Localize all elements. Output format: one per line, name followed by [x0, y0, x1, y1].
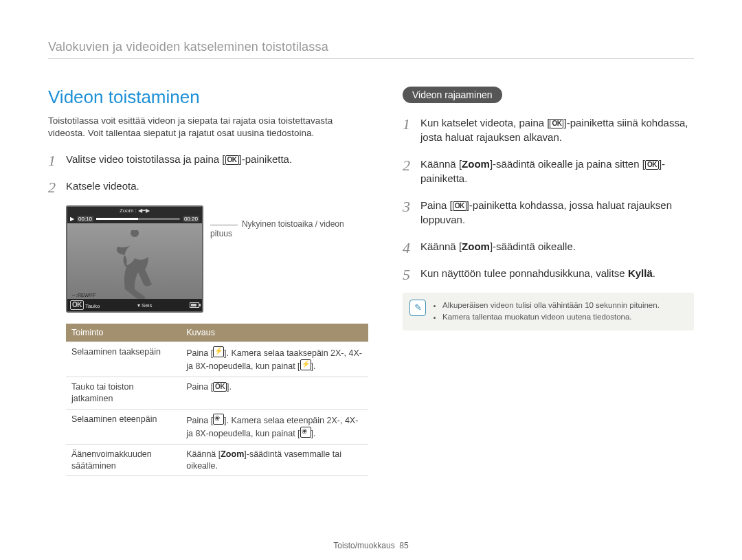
rewff-label: ↔:REW/FF	[71, 293, 96, 298]
progress-track	[96, 218, 180, 220]
left-steps: 1 Valitse video toistotilassa ja paina […	[48, 152, 368, 193]
down-icon: ▾	[137, 302, 140, 309]
macro-icon	[300, 427, 311, 438]
ok-icon: OK	[453, 201, 466, 211]
step-1: 1 Valitse video toistotilassa ja paina […	[48, 152, 368, 166]
left-column: Videon toistaminen Toistotilassa voit es…	[48, 87, 368, 476]
right-column: Videon rajaaminen 1 Kun katselet videota…	[403, 87, 694, 476]
ok-icon: OK	[645, 160, 659, 170]
page-footer: Toisto/muokkaus 85	[0, 541, 742, 550]
table-row: Selaaminen taaksepäin Paina []. Kamera s…	[66, 342, 368, 377]
note-item: Alkuperäisen videon tulisi olla vähintää…	[442, 300, 686, 311]
table-header: Toiminto	[66, 324, 181, 342]
cell-action: Selaaminen eteenpäin	[66, 409, 181, 444]
footer-page-number: 85	[399, 541, 408, 550]
two-column-layout: Videon toistaminen Toistotilassa voit es…	[48, 87, 694, 476]
table-header: Kuvaus	[181, 324, 368, 342]
footer-section: Toisto/muokkaus	[333, 541, 394, 550]
step-number: 2	[48, 177, 56, 199]
step-number: 1	[403, 114, 410, 135]
right-steps: 1 Kun katselet videota, paina [OK]-paini…	[403, 115, 694, 280]
video-preview-block: Zoom : ◀━▶ ▶ 00:10 00:20 ↔:REW/FF	[66, 205, 368, 313]
note-icon: ✎	[409, 300, 426, 316]
step-number: 2	[403, 155, 410, 177]
manual-page: Valokuvien ja videoiden katseleminen toi…	[0, 0, 742, 560]
cell-desc: Käännä [Zoom]-säädintä vasemmalle tai oi…	[181, 444, 368, 476]
step-text-post: ]-painiketta.	[239, 153, 293, 165]
step-number: 4	[403, 238, 410, 259]
battery-icon	[190, 302, 199, 308]
leader-line	[210, 225, 238, 225]
pause-label: Tauko	[85, 303, 100, 309]
section-title: Videon toistaminen	[48, 87, 368, 108]
ok-icon: OK	[550, 119, 563, 128]
step-number: 5	[403, 265, 410, 286]
video-body: ↔:REW/FF	[67, 223, 202, 299]
flash-icon	[213, 346, 224, 357]
note-item: Kamera tallentaa muokatun videon uutena …	[442, 311, 686, 323]
cell-action: Selaaminen taaksepäin	[66, 342, 181, 377]
video-bottombar: OK Tauko ▾ Seis	[67, 299, 202, 311]
step-2: 2 Katsele videota.	[48, 179, 368, 193]
page-header: Valokuvien ja videoiden katseleminen toi…	[48, 40, 694, 59]
table-row: Tauko tai toiston jatkaminen Paina [OK].	[66, 377, 368, 410]
time-current: 00:10	[77, 216, 93, 222]
video-frame: Zoom : ◀━▶ ▶ 00:10 00:20 ↔:REW/FF	[66, 205, 203, 313]
step-text: Katsele videota.	[66, 180, 139, 192]
step-text-pre: Valitse video toistotilassa ja paina [	[66, 153, 225, 165]
section-intro: Toistotilassa voit esittää videon ja sie…	[48, 115, 368, 139]
step-1: 1 Kun katselet videota, paina [OK]-paini…	[403, 115, 694, 144]
video-timebar: ▶ 00:10 00:20	[67, 214, 202, 223]
ok-icon: OK	[225, 155, 239, 165]
macro-icon	[213, 414, 224, 425]
cell-desc: Paina []. Kamera selaa taaksepäin 2X-, 4…	[181, 342, 368, 377]
table-row: Selaaminen eteenpäin Paina []. Kamera se…	[66, 409, 368, 444]
cell-desc: Paina [OK].	[181, 377, 368, 410]
ok-icon: OK	[70, 300, 84, 310]
step-number: 3	[403, 197, 410, 218]
play-icon: ▶	[70, 216, 74, 222]
step-2: 2 Käännä [Zoom]-säädintä oikealle ja pai…	[403, 157, 694, 186]
time-callout: Nykyinen toistoaika / videon pituus	[210, 219, 368, 238]
video-zoom-label: Zoom : ◀━▶	[67, 207, 202, 214]
ok-icon: OK	[213, 382, 227, 392]
stop-label: Seis	[142, 302, 153, 309]
cell-desc: Paina []. Kamera selaa eteenpäin 2X-, 4X…	[181, 409, 368, 444]
time-total: 00:20	[183, 216, 199, 222]
function-table: Toiminto Kuvaus Selaaminen taaksepäin Pa…	[66, 324, 368, 476]
step-4: 4 Käännä [Zoom]-säädintä oikealle.	[403, 239, 694, 254]
subsection-pill: Videon rajaaminen	[403, 87, 502, 103]
step-5: 5 Kun näyttöön tulee ponnahdusikkuna, va…	[403, 266, 694, 280]
table-row: Äänenvoimakkuuden säätäminen Käännä [Zoo…	[66, 444, 368, 476]
step-3: 3 Paina [OK]-painiketta kohdassa, jossa …	[403, 198, 694, 227]
dancer-silhouette-icon	[93, 230, 176, 299]
step-number: 1	[48, 150, 56, 172]
note-box: ✎ Alkuperäisen videon tulisi olla vähint…	[403, 293, 694, 331]
flash-icon	[300, 359, 311, 370]
cell-action: Äänenvoimakkuuden säätäminen	[66, 444, 181, 476]
cell-action: Tauko tai toiston jatkaminen	[66, 377, 181, 410]
